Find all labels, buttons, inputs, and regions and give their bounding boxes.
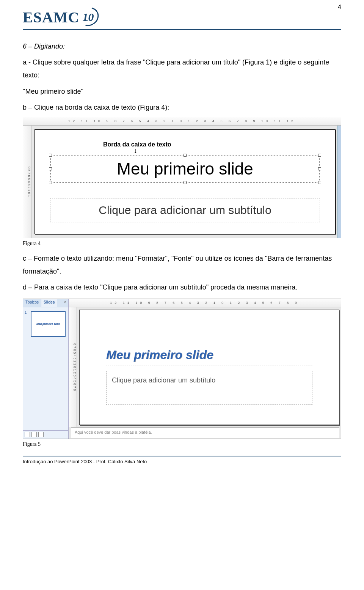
sorter-view-icon[interactable] — [31, 432, 37, 437]
title-text[interactable]: Meu primeiro slide — [58, 159, 312, 178]
step-d: d – Para a caixa de texto "Clique para a… — [23, 281, 341, 294]
step-c: c – Formate o texto utilizando: menu "Fo… — [23, 252, 341, 278]
figure-4-caption: Figura 4 — [23, 241, 341, 247]
ruler-vertical: 9 8 7 6 5 4 3 2 1 0 1 — [23, 126, 31, 238]
logo-badge-sub: anos — [86, 19, 92, 22]
arrow-down-icon: ↓ — [133, 148, 320, 153]
resize-handle-icon[interactable] — [49, 181, 52, 184]
header-rule — [23, 29, 341, 30]
close-icon[interactable]: × — [61, 299, 68, 307]
resize-handle-icon[interactable] — [184, 154, 187, 157]
subtitle-text-box[interactable]: Clique para adicionar um subtítulo — [50, 198, 320, 222]
footer-rule — [23, 456, 341, 456]
notes-pane[interactable]: Aqui você deve dar boas vindas à platéia… — [71, 427, 339, 438]
resize-handle-icon[interactable] — [318, 154, 321, 157]
step-a-text: "Meu primeiro slide" — [23, 85, 341, 98]
figure-5: Tópicos Slides × 1 Meu primeiro slide 12… — [23, 299, 341, 439]
slide-title[interactable]: Meu primeiro slide — [106, 348, 312, 365]
tab-slides[interactable]: Slides — [41, 299, 57, 307]
page-number: 4 — [338, 4, 341, 11]
step-b: b – Clique na borda da caixa de texto (F… — [23, 101, 341, 114]
slideshow-view-icon[interactable] — [38, 432, 44, 437]
ruler-horizontal: 12 11 10 9 8 7 6 5 4 3 2 1 0 1 2 3 4 5 6… — [69, 299, 341, 307]
logo: ESAMC 10 anos — [23, 8, 100, 27]
slide-subtitle-box[interactable]: Clique para adicionar um subtítulo — [106, 371, 312, 405]
thumb-number: 1 — [25, 310, 27, 315]
tab-topicos[interactable]: Tópicos — [23, 299, 41, 307]
footer-text: Introdução ao PowerPoint 2003 - Prof. Ca… — [23, 459, 341, 464]
ruler-horizontal: 12 11 10 9 8 7 6 5 4 3 2 1 0 1 2 3 4 5 6… — [23, 117, 341, 126]
thumb-title-text: Meu primeiro slide — [36, 323, 60, 325]
slide-canvas: Borda da caixa de texto ↓ Meu primeiro s… — [35, 129, 336, 234]
logo-badge: 10 anos — [78, 8, 100, 27]
logo-text: ESAMC — [23, 8, 79, 26]
slide-canvas: Meu primeiro slide Clique para adicionar… — [79, 310, 339, 425]
section-heading: 6 – Digitando: — [23, 40, 341, 53]
scrollbar[interactable] — [337, 126, 341, 238]
step-a: a - Clique sobre qualquer letra da frase… — [23, 56, 341, 82]
resize-handle-icon[interactable] — [318, 181, 321, 184]
normal-view-icon[interactable] — [25, 432, 30, 437]
figure-5-caption: Figura 5 — [23, 441, 341, 447]
resize-handle-icon[interactable] — [49, 154, 52, 157]
view-buttons — [23, 430, 68, 439]
title-text-box[interactable]: Meu primeiro slide — [50, 155, 320, 183]
resize-handle-icon[interactable] — [184, 181, 187, 184]
slide-thumbnail[interactable]: Meu primeiro slide — [31, 311, 66, 337]
thumbnail-area: 1 Meu primeiro slide — [23, 307, 68, 430]
figure-4: 12 11 10 9 8 7 6 5 4 3 2 1 0 1 2 3 4 5 6… — [23, 117, 341, 238]
pane-tabs: Tópicos Slides × — [23, 299, 68, 307]
resize-handle-icon[interactable] — [49, 167, 52, 170]
editor-pane: 12 11 10 9 8 7 6 5 4 3 2 1 0 1 2 3 4 5 6… — [69, 299, 341, 439]
ruler-vertical: 8 7 6 5 4 3 2 1 0 1 2 3 4 5 6 7 8 — [69, 307, 77, 427]
outline-pane: Tópicos Slides × 1 Meu primeiro slide — [23, 299, 69, 439]
resize-handle-icon[interactable] — [318, 167, 321, 170]
header-logo-row: ESAMC 10 anos — [23, 8, 341, 27]
